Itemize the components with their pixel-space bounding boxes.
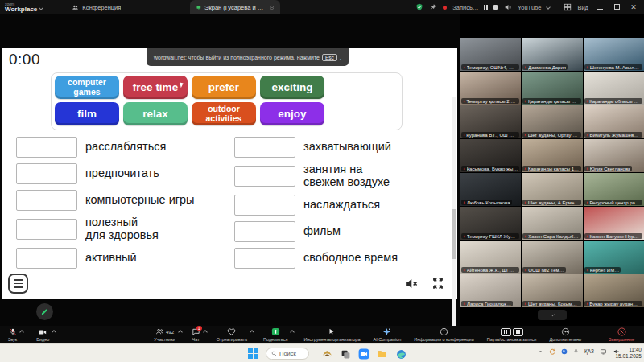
participant-tile[interactable]: Кербез ИМ…	[584, 241, 644, 274]
collapse-tab-icon[interactable]	[270, 4, 275, 11]
participant-tile[interactable]: Темиртау ГШКЛ Жура…	[460, 207, 521, 240]
participant-tile[interactable]: Қарағанды облысы Ш№…	[584, 72, 644, 105]
close-button[interactable]: ✕	[628, 3, 639, 11]
hidden-icons-chevron[interactable]	[538, 349, 543, 354]
annotate-button[interactable]	[36, 303, 53, 320]
participant-tile[interactable]: Казкен Батурке Нурка…	[584, 207, 644, 240]
chevron-down-icon[interactable]	[547, 5, 551, 10]
participant-tile[interactable]: Темиртау, ОШ№4, Шра…	[460, 38, 521, 71]
participant-tile[interactable]: Юлия Светланова	[584, 139, 644, 172]
tab-conference[interactable]: Конференция	[65, 0, 127, 14]
host-tools-button[interactable]: Инструменты организатора	[300, 326, 363, 343]
participant-tile[interactable]: Қарағанды қаласы 1 м…	[522, 139, 582, 172]
start-button[interactable]	[248, 348, 258, 359]
view-button[interactable]: Вид	[577, 4, 588, 11]
muted-mic-icon	[524, 234, 527, 239]
participants-options-chevron[interactable]	[178, 330, 183, 335]
word-tile[interactable]: outdoor activities	[192, 102, 256, 125]
zoom-app-icon[interactable]	[357, 348, 370, 360]
video-options-chevron[interactable]	[52, 330, 57, 335]
word-tile[interactable]: prefer	[192, 76, 256, 99]
tab-conference-label: Конференция	[82, 4, 121, 11]
word-tile[interactable]: exciting	[260, 76, 324, 99]
end-meeting-button[interactable]: Завершение	[605, 326, 638, 343]
security-shield-icon[interactable]	[415, 3, 423, 11]
edge-browser-icon[interactable]	[394, 348, 407, 360]
answer-slot[interactable]	[234, 248, 295, 269]
scroll-participants-button[interactable]	[538, 310, 567, 320]
participant-tile[interactable]: Айтенова Ж.К., ШГ№8…	[460, 241, 521, 274]
participant-tile[interactable]: Любовь Копылкова	[460, 173, 521, 206]
touchpad-tray-icon[interactable]	[600, 348, 607, 355]
zoom-workplace-logo[interactable]: zoom Workplace	[5, 2, 43, 13]
word-tile[interactable]: free time	[123, 76, 188, 99]
file-explorer-icon[interactable]	[376, 348, 389, 360]
share-screen-button[interactable]: Поделиться	[260, 326, 291, 343]
tab-screen-share[interactable]: Экран (Гусарева и Светлана Зал…	[190, 0, 280, 14]
word-tile[interactable]: enjoy	[260, 102, 324, 125]
taskbar-clock[interactable]: 11:40 15.01.2025	[615, 347, 642, 360]
exit-fullscreen-icon[interactable]	[430, 275, 446, 291]
video-button[interactable]: Видео	[33, 326, 52, 343]
react-button[interactable]: Отреагировать	[213, 326, 250, 343]
language-indicator[interactable]: ҚАЗ	[584, 348, 594, 354]
minimize-button[interactable]	[594, 3, 605, 11]
game-menu-button[interactable]	[8, 274, 28, 294]
answer-slot[interactable]	[234, 195, 295, 216]
sync-tray-icon[interactable]	[549, 348, 555, 355]
microphone-tray-icon[interactable]	[573, 348, 579, 355]
answer-slot[interactable]	[16, 248, 77, 269]
mute-options-chevron[interactable]	[19, 330, 24, 335]
stop-recording-icon[interactable]	[513, 328, 523, 336]
pin-icon[interactable]	[429, 3, 437, 11]
participant-tile[interactable]: Шегенуева М. Асылб…	[584, 38, 644, 71]
participant-tile[interactable]: ОСШ №2 Тем…	[522, 241, 582, 274]
pinned-app-icon[interactable]	[320, 348, 333, 360]
react-options-chevron[interactable]	[250, 330, 254, 335]
participant-tile[interactable]: Шет ауданы, Ортау НОМ…	[522, 105, 582, 138]
participants-button[interactable]: 492 Участники	[151, 326, 178, 343]
youtube-stream-label[interactable]: YouTube	[518, 4, 541, 11]
task-view-icon[interactable]	[339, 348, 352, 360]
browser-tray-icon[interactable]	[561, 348, 568, 355]
vocab-label: занятия на свежем воздухе	[303, 163, 390, 189]
share-options-chevron[interactable]	[291, 330, 295, 335]
participant-name-badge: Лариса Гиоцалюк…	[461, 301, 513, 306]
answer-slot[interactable]	[16, 190, 77, 211]
ai-companion-button[interactable]: AI Companion	[369, 326, 404, 343]
participant-tile[interactable]: Темиртау қаласы 2 ЖББ…	[460, 72, 521, 105]
answer-slot[interactable]	[234, 221, 295, 242]
answer-slot[interactable]	[16, 219, 77, 240]
pause-recording-button[interactable]	[484, 5, 488, 10]
participant-tile[interactable]: Куранова В.Г., ОШ №24 Т…	[460, 105, 521, 138]
answer-slot[interactable]	[16, 137, 77, 158]
mute-button[interactable]: Звук	[5, 326, 20, 343]
participant-tile[interactable]: Касымова, Бұқар жыра…	[460, 139, 521, 172]
scrollbar-thumb[interactable]	[452, 209, 456, 259]
pause-stop-recording-button[interactable]: Пауза/остановка записи	[484, 326, 540, 343]
word-tile[interactable]: relax	[123, 102, 188, 125]
participant-tile[interactable]: Қарағанды қаласы МГ…	[522, 72, 582, 105]
pause-recording-icon[interactable]	[501, 328, 511, 336]
stop-recording-button[interactable]	[493, 5, 498, 10]
answer-slot[interactable]	[16, 163, 77, 184]
taskbar-search[interactable]: Поиск	[266, 348, 309, 360]
chat-button[interactable]: Чат 1	[188, 326, 204, 343]
mute-sound-icon[interactable]	[403, 276, 419, 291]
word-tile[interactable]: film	[55, 102, 119, 125]
participant-tile[interactable]: Хасен Сара Калдыба…	[522, 207, 582, 240]
word-tile[interactable]: computer games	[55, 76, 119, 99]
participant-tile[interactable]: Бұқар жырау ауданы А…	[584, 274, 644, 307]
maximize-button[interactable]	[611, 3, 622, 11]
chat-options-chevron[interactable]	[203, 330, 208, 335]
participant-tile[interactable]: Бибигуль Жумашевна…	[584, 105, 644, 138]
participant-tile[interactable]: Шет ауданы, Қоқымба…	[522, 274, 582, 307]
answer-slot[interactable]	[234, 137, 295, 158]
participant-tile[interactable]: Лариса Гиоцалюк…	[460, 274, 521, 307]
participant-tile[interactable]: Шет ауданы, А.Ермеков…	[522, 173, 582, 206]
meeting-info-button[interactable]: Информация о конференции	[411, 326, 477, 343]
participant-tile[interactable]: Ресурсный центр разв…	[584, 173, 644, 206]
more-button[interactable]: Дополнительно	[546, 326, 584, 343]
participant-tile[interactable]: Дасмеева Дария	[522, 38, 582, 71]
answer-slot[interactable]	[234, 166, 295, 187]
